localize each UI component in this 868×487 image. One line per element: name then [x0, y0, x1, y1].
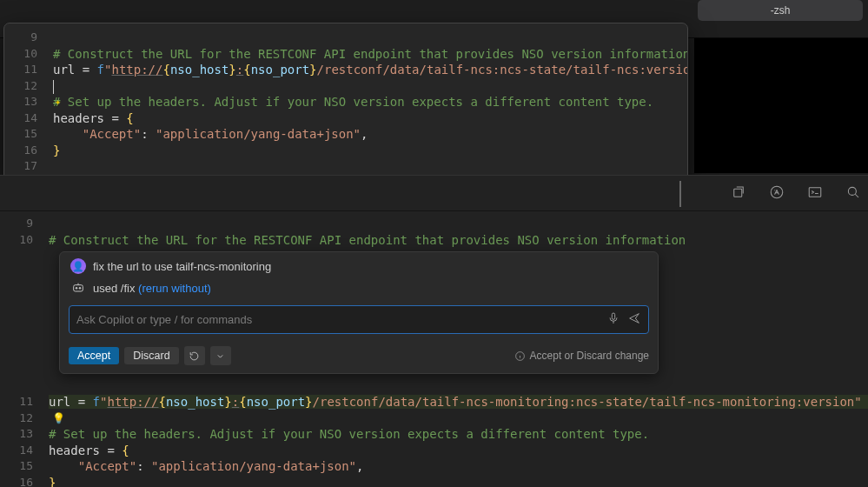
line-number: 12	[0, 411, 49, 424]
info-icon	[514, 350, 526, 362]
line-number: 14	[0, 444, 49, 457]
copilot-actions-row: Accept Discard Accept or Discard change	[60, 341, 658, 373]
stop-circle-icon[interactable]	[769, 184, 785, 203]
line-number: 9	[0, 217, 49, 230]
line-number: 10	[4, 47, 53, 60]
line-number: 11	[4, 63, 53, 76]
copilot-used-text: used /fix (rerun without)	[93, 282, 211, 295]
copilot-inline-panel: 👤 fix the url to use tailf-ncs-monitorin…	[59, 251, 659, 374]
new-window-icon[interactable]	[731, 184, 746, 203]
copilot-response-row: used /fix (rerun without)	[60, 280, 658, 302]
svg-point-5	[76, 287, 77, 289]
panel-toolbar	[0, 175, 868, 211]
svg-point-1	[771, 186, 783, 198]
code-line[interactable]: # Construct the URL for the RESTCONF API…	[53, 47, 688, 61]
copilot-hint: Accept or Discard change	[514, 350, 649, 362]
code-line[interactable]: # Set up the headers. Adjust if your NSO…	[53, 95, 687, 109]
copilot-icon	[70, 280, 86, 296]
line-number: 11	[0, 395, 49, 408]
copilot-user-prompt: fix the url to use tailf-ncs-monitoring	[93, 260, 271, 273]
svg-rect-7	[612, 313, 614, 319]
terminal-icon[interactable]	[807, 184, 823, 203]
line-number: 9	[4, 30, 53, 43]
svg-rect-2	[809, 187, 821, 197]
microphone-icon[interactable]	[606, 311, 620, 328]
line-number: 15	[0, 459, 49, 472]
line-number: 12	[4, 79, 53, 92]
discard-button[interactable]: Discard	[124, 347, 178, 364]
copilot-input[interactable]	[76, 313, 600, 326]
text-cursor	[53, 80, 54, 94]
terminal-tab-zsh[interactable]: -zsh	[698, 0, 863, 21]
line-number: 15	[4, 127, 53, 140]
line-number: 17	[4, 159, 53, 172]
line-number: 13	[0, 427, 49, 440]
svg-point-6	[79, 287, 81, 289]
sparkle-icon: ✦	[55, 96, 61, 108]
code-line[interactable]: headers = {	[49, 444, 868, 457]
code-line[interactable]: # Construct the URL for the RESTCONF API…	[49, 233, 868, 247]
code-line-modified[interactable]: url = f"http://{nso_host}:{nso_port}/res…	[49, 395, 868, 409]
line-number: 13	[4, 95, 53, 108]
code-line[interactable]: "Accept": "application/yang-data+json",	[53, 127, 687, 141]
svg-point-3	[848, 187, 856, 195]
line-number: 10	[0, 233, 49, 246]
line-number: 16	[4, 143, 53, 157]
code-line[interactable]: "Accept": "application/yang-data+json",	[49, 459, 868, 473]
terminal-tab-label: -zsh	[771, 4, 791, 17]
copilot-prompt-row: 👤 fix the url to use tailf-ncs-monitorin…	[60, 252, 658, 280]
search-icon[interactable]	[845, 184, 861, 203]
accept-button[interactable]: Accept	[69, 347, 119, 364]
rerun-without-link[interactable]: (rerun without)	[138, 282, 211, 295]
svg-rect-4	[74, 285, 83, 291]
code-line[interactable]	[53, 79, 687, 94]
copilot-input-wrap[interactable]	[69, 305, 649, 334]
code-line[interactable]: url = f"http://{nso_host}:{nso_port}/res…	[53, 63, 688, 77]
line-number: 14	[4, 111, 53, 124]
split-drag-handle[interactable]	[679, 181, 684, 207]
line-number: 16	[0, 476, 49, 488]
user-avatar-icon: 👤	[70, 258, 86, 274]
code-line[interactable]: }	[53, 143, 687, 157]
code-line[interactable]: headers = {	[53, 111, 687, 125]
code-line[interactable]: # Set up the headers. Adjust if your NSO…	[49, 427, 868, 441]
send-icon[interactable]	[627, 311, 641, 328]
more-dropdown-button[interactable]	[210, 346, 231, 365]
code-line[interactable]: }	[49, 476, 868, 488]
suggestion-popup-editor: 9 10# Construct the URL for the RESTCONF…	[3, 23, 688, 181]
terminal-body[interactable]	[694, 38, 868, 173]
lightbulb-icon[interactable]: 💡	[52, 412, 65, 424]
rerun-icon-button[interactable]	[184, 346, 205, 365]
svg-rect-0	[734, 189, 742, 197]
